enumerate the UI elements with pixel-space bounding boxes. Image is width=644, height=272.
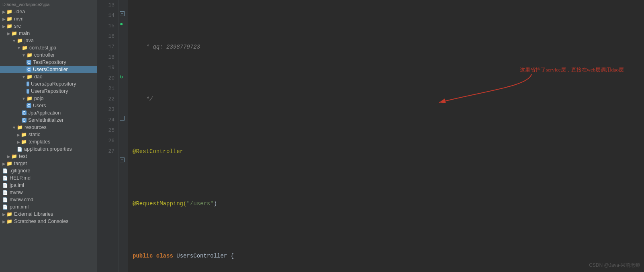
sidebar-label-idea: .idea (14, 9, 25, 14)
fold-icon-14[interactable]: − (120, 10, 125, 16)
line-num-23: 23 (97, 104, 114, 115)
folder-icon-controller: 📁 (27, 52, 33, 58)
sidebar-label-static: static (29, 132, 40, 137)
sidebar-item-java[interactable]: ▼ 📁java (0, 37, 97, 44)
sidebar-item-templates[interactable]: ▶ 📁templates (0, 138, 97, 145)
line-num-21: 21 (97, 84, 114, 94)
sidebar-item-JpaApplication[interactable]: CJpaApplication (0, 109, 97, 117)
gutter: − − − ● ↻ (119, 0, 128, 272)
arrow-icon-templates: ▶ (17, 140, 20, 144)
interface-icon-UsersRepository: I (27, 89, 29, 94)
code-line-13: * qq: 2398779723 (133, 42, 644, 52)
sidebar-item-External Libraries[interactable]: ▶ 📁External Libraries (0, 211, 97, 218)
line-num-26: 26 (97, 136, 114, 146)
line-num-22: 22 (97, 94, 114, 104)
sidebar-item-Scratches and Consoles[interactable]: ▶ 📁Scratches and Consoles (0, 218, 97, 225)
sidebar-item-controller[interactable]: ▼ 📁controller (0, 51, 97, 59)
sidebar-label-JpaApplication: JpaApplication (28, 110, 61, 116)
sidebar-item-dao[interactable]: ▼ 📁dao (0, 73, 97, 80)
sidebar-item-Users[interactable]: CUsers (0, 102, 97, 109)
run-icon-20[interactable]: ↻ (120, 73, 123, 80)
code-editor: 13 14 15 16 17 18 19 20 21 22 23 24 25 2… (97, 0, 644, 272)
sidebar-item-TestRepository[interactable]: CTestRepository (0, 59, 97, 66)
folder-icon-External Libraries: 📁 (6, 211, 12, 217)
fold-icon-26[interactable]: − (120, 157, 125, 163)
sidebar-label-UsersJpaRepository: UsersJpaRepository (31, 81, 76, 87)
sidebar-item-UsersRepository[interactable]: IUsersRepository (0, 88, 97, 95)
line-num-20: 20 (97, 73, 114, 84)
line-num-27: 27 (97, 146, 114, 157)
sidebar-item-pojo[interactable]: ▼ 📁pojo (0, 95, 97, 102)
line-num-16: 16 (97, 31, 114, 42)
line-num-24: 24 (97, 115, 114, 125)
sidebar-item-mvnw[interactable]: 📄mvnw (0, 189, 97, 196)
sidebar-item-main[interactable]: ▶ 📁main (0, 30, 97, 37)
sidebar-label-templates: templates (29, 139, 50, 145)
sidebar-item-mvnw.cmd[interactable]: 📄mvnw.cmd (0, 196, 97, 203)
sidebar-label-src: src (14, 23, 21, 29)
code-line-14: */ (133, 94, 644, 104)
sidebar-label-TestRepository: TestRepository (33, 59, 66, 65)
sidebar-item-resources[interactable]: ▼ 📁resources (0, 124, 97, 131)
code-ann-requestmapping: @RequestMapping( (133, 198, 186, 209)
sidebar-item-HELP.md[interactable]: 📄HELP.md (0, 174, 97, 182)
sidebar-item-.gitignore[interactable]: 📄.gitignore (0, 167, 97, 174)
sidebar-label-mvnw: mvnw (10, 190, 23, 195)
sidebar-item-jpa.iml[interactable]: 📄jpa.iml (0, 182, 97, 189)
code-comment-end: */ (133, 94, 153, 104)
arrow-icon-target: ▶ (2, 162, 6, 166)
folder-icon-mvn: 📁 (6, 16, 12, 22)
interface-icon-UsersJpaRepository: I (27, 82, 29, 86)
line-num-18: 18 (97, 52, 114, 63)
arrow-icon-Scratches and Consoles: ▶ (2, 219, 6, 224)
file-icon-.gitignore: 📄 (2, 168, 8, 174)
sidebar-item-static[interactable]: ▶ 📁static (0, 131, 97, 138)
sidebar-label-Scratches and Consoles: Scratches and Consoles (14, 219, 69, 224)
arrow-icon-java: ▼ (12, 39, 16, 43)
sidebar-label-mvn: mvn (14, 16, 24, 22)
file-icon-application.properties: 📄 (17, 147, 22, 152)
sidebar-label-UsersRepository: UsersRepository (31, 88, 68, 94)
folder-icon-resources: 📁 (17, 125, 23, 130)
folder-icon-static: 📁 (21, 132, 27, 137)
sidebar-label-jpa.iml: jpa.iml (10, 182, 24, 188)
folder-icon-com.test.jpa: 📁 (22, 45, 28, 51)
sidebar-item-ServletInitializer[interactable]: CServletInitializer (0, 117, 97, 124)
sidebar-item-UsersJpaRepository[interactable]: IUsersJpaRepository (0, 80, 97, 88)
arrow-icon-main: ▶ (7, 31, 10, 36)
sidebar-item-com.test.jpa[interactable]: ▼ 📁com.test.jpa (0, 44, 97, 51)
sidebar-item-target[interactable]: ▶ 📁target (0, 160, 97, 167)
line-numbers: 13 14 15 16 17 18 19 20 21 22 23 24 25 2… (97, 0, 119, 272)
code-ann-restcontroller: @RestController (133, 146, 183, 157)
file-icon-HELP.md: 📄 (2, 176, 8, 181)
file-icon-mvnw.cmd: 📄 (2, 197, 8, 202)
folder-icon-dao: 📁 (27, 74, 33, 80)
arrow-icon-com.test.jpa: ▼ (17, 46, 21, 50)
run-icon-15[interactable]: ● (120, 21, 123, 27)
code-content[interactable]: * qq: 2398779723 */ @RestController @Req… (128, 0, 644, 272)
project-path: D:\idea_workspace2\jpa (0, 1, 97, 8)
sidebar-item-src[interactable]: ▶ 📁src (0, 22, 97, 30)
sidebar-label-com.test.jpa: com.test.jpa (29, 45, 56, 51)
arrow-icon-pojo: ▼ (22, 96, 26, 101)
sidebar-item-pom.xml[interactable]: 📄pom.xml (0, 203, 97, 211)
file-tree-panel: D:\idea_workspace2\jpa ▶ 📁.idea▶ 📁mvn▶ 📁… (0, 0, 97, 272)
folder-icon-templates: 📁 (21, 139, 27, 145)
sidebar-item-UsersController[interactable]: CUsersController (0, 66, 97, 73)
sidebar-label-pom.xml: pom.xml (10, 204, 29, 210)
sidebar-label-HELP.md: HELP.md (10, 175, 31, 181)
class-icon-TestRepository: C (27, 60, 31, 65)
sidebar-item-mvn[interactable]: ▶ 📁mvn (0, 15, 97, 22)
sidebar-label-controller: controller (34, 52, 55, 58)
fold-icon-23[interactable]: − (120, 115, 125, 121)
sidebar-item-idea[interactable]: ▶ 📁.idea (0, 8, 97, 15)
sidebar-item-test[interactable]: ▶ 📁test (0, 153, 97, 160)
arrow-icon-controller: ▼ (22, 53, 26, 57)
folder-icon-java: 📁 (17, 38, 23, 43)
folder-icon-src: 📁 (6, 23, 12, 29)
code-line-15: @RestController (133, 146, 644, 157)
code-kw-public: public (133, 251, 156, 261)
arrow-icon-mvn: ▶ (2, 17, 6, 21)
sidebar-item-application.properties[interactable]: 📄application.properties (0, 145, 97, 153)
arrow-icon-static: ▶ (17, 133, 20, 137)
